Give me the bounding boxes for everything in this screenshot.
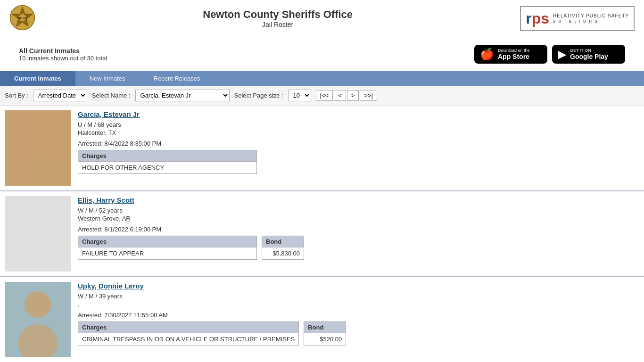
app-store-text: Download on the App Store xyxy=(498,48,530,60)
svg-text:NCSO: NCSO xyxy=(17,16,27,20)
rps-ps-letters: ps xyxy=(532,10,549,27)
bond-amount: $520.00 xyxy=(304,333,346,345)
inmate-list: Garcia, Estevan Jr U / M / 68 years Hail… xyxy=(0,106,644,362)
google-play-text: GET IT ON Google Play xyxy=(570,48,608,60)
header-title-block: Newton County Sheriffs Office Jail Roste… xyxy=(203,8,353,28)
charges-table: Charges HOLD FOR OTHER AGENCY xyxy=(78,150,257,174)
svg-point-5 xyxy=(25,120,51,146)
charges-header: Charges xyxy=(78,236,256,247)
inmate-count-label: 10 inmates shown out of 30 total xyxy=(19,55,107,62)
roster-subtitle: Jail Roster xyxy=(203,21,353,28)
name-select[interactable]: Garcia, Estevan Jr xyxy=(135,90,230,101)
charges-bond-row: Charges CRIMINAL TRESPASS IN OR ON A VEH… xyxy=(78,321,639,346)
page-size-label: Select Page size : xyxy=(234,92,283,99)
tab-current-inmates[interactable]: Current Inmates xyxy=(0,71,75,86)
inmate-photo-svg xyxy=(5,282,71,357)
inmate-name[interactable]: Garcia, Estevan Jr xyxy=(78,110,639,118)
apple-icon: 🍎 xyxy=(480,48,494,61)
sort-by-select[interactable]: Arrested Date xyxy=(33,90,87,101)
bond-header: Bond xyxy=(262,236,304,247)
inmate-race-sex-age: W / M / 52 years xyxy=(78,207,639,214)
prev-page-button[interactable]: < xyxy=(334,90,346,101)
sort-by-label: Sort By : xyxy=(5,92,28,99)
inmate-location: Western Grove, AR xyxy=(78,215,639,222)
page-size-select[interactable]: 10 25 50 xyxy=(288,90,311,101)
inmate-location: , xyxy=(78,301,639,308)
bond-table: Bond $5,830.00 xyxy=(262,236,304,260)
first-page-button[interactable]: |<< xyxy=(316,90,333,101)
rps-r-letter: r xyxy=(526,10,531,27)
google-play-badge[interactable]: ▶ GET IT ON Google Play xyxy=(552,45,625,64)
sheriff-star-icon: NCSO xyxy=(9,5,35,31)
inmate-photo xyxy=(5,282,71,357)
google-play-icon: ▶ xyxy=(558,48,566,61)
list-controls: Sort By : Arrested Date Select Name : Ga… xyxy=(0,86,644,106)
inmate-race-sex-age: U / M / 68 years xyxy=(78,121,639,128)
inmate-name[interactable]: Upky, Donnie Leroy xyxy=(78,282,639,290)
tab-new-inmates[interactable]: New Inmates xyxy=(75,71,140,86)
inmate-arrested-date: Arrested: 8/1/2022 6:19:00 PM xyxy=(78,226,639,233)
inmate-photo xyxy=(5,110,71,186)
inmate-info-block: Ellis, Harry Scott W / M / 52 years West… xyxy=(78,196,639,260)
charges-header: Charges xyxy=(78,322,298,333)
rps-tagline: Relativity Public Safety s o l u t i o n… xyxy=(553,13,629,24)
agency-name: Newton County Sheriffs Office xyxy=(203,8,353,21)
inmate-row: Ellis, Harry Scott W / M / 52 years West… xyxy=(0,191,644,277)
select-name-label: Select Name : xyxy=(92,92,131,99)
inmate-count-info: All Current Inmates 10 inmates shown out… xyxy=(9,43,116,66)
bond-table: Bond $520.00 xyxy=(304,321,346,346)
sheriff-logo: NCSO xyxy=(9,5,35,32)
charges-header: Charges xyxy=(78,150,256,162)
inmate-name[interactable]: Ellis, Harry Scott xyxy=(78,196,639,204)
inmate-arrested-date: Arrested: 8/4/2022 8:35:00 PM xyxy=(78,140,639,147)
last-page-button[interactable]: >>| xyxy=(360,90,377,101)
charges-cell: FAILURE TO APPEAR xyxy=(78,247,256,259)
page-header: NCSO Newton County Sheriffs Office Jail … xyxy=(0,0,644,37)
inmate-row: Upky, Donnie Leroy W / M / 39 years , Ar… xyxy=(0,277,644,362)
inmate-photo-svg xyxy=(5,110,71,186)
charges-bond-row: Charges FAILURE TO APPEAR Bond $5,830.00 xyxy=(78,236,639,260)
inmate-arrested-date: Arrested: 7/30/2022 11:55:00 AM xyxy=(78,312,639,319)
inmate-race-sex-age: W / M / 39 years xyxy=(78,293,639,300)
app-store-badge[interactable]: 🍎 Download on the App Store xyxy=(474,45,547,64)
inmate-location: Hailcenter, TX xyxy=(78,129,639,136)
tab-recent-releases[interactable]: Recent Releases xyxy=(140,71,215,86)
next-page-button[interactable]: > xyxy=(347,90,359,101)
charges-table: Charges FAILURE TO APPEAR xyxy=(78,236,257,260)
app-badges-container: 🍎 Download on the App Store ▶ GET IT ON … xyxy=(465,41,635,67)
all-current-inmates-label: All Current Inmates xyxy=(19,47,107,55)
charges-cell: CRIMINAL TRESPASS IN OR ON A VEHICLE OR … xyxy=(78,333,298,345)
charges-table: Charges CRIMINAL TRESPASS IN OR ON A VEH… xyxy=(78,321,299,346)
svg-point-8 xyxy=(25,291,51,318)
inmate-info-block: Upky, Donnie Leroy W / M / 39 years , Ar… xyxy=(78,282,639,346)
bond-amount: $5,830.00 xyxy=(262,247,304,259)
charges-cell: HOLD FOR OTHER AGENCY xyxy=(78,162,256,173)
inmate-row: Garcia, Estevan Jr U / M / 68 years Hail… xyxy=(0,106,644,191)
pagination-controls: |<< < > >>| xyxy=(316,90,377,101)
rps-logo: r ps Relativity Public Safety s o l u t … xyxy=(520,6,635,31)
nav-tabs: Current Inmates New Inmates Recent Relea… xyxy=(0,71,644,86)
inmate-photo-placeholder xyxy=(5,196,71,272)
charges-bond-row: Charges HOLD FOR OTHER AGENCY xyxy=(78,150,639,174)
bond-header: Bond xyxy=(304,322,346,333)
inmate-info-block: Garcia, Estevan Jr U / M / 68 years Hail… xyxy=(78,110,639,174)
